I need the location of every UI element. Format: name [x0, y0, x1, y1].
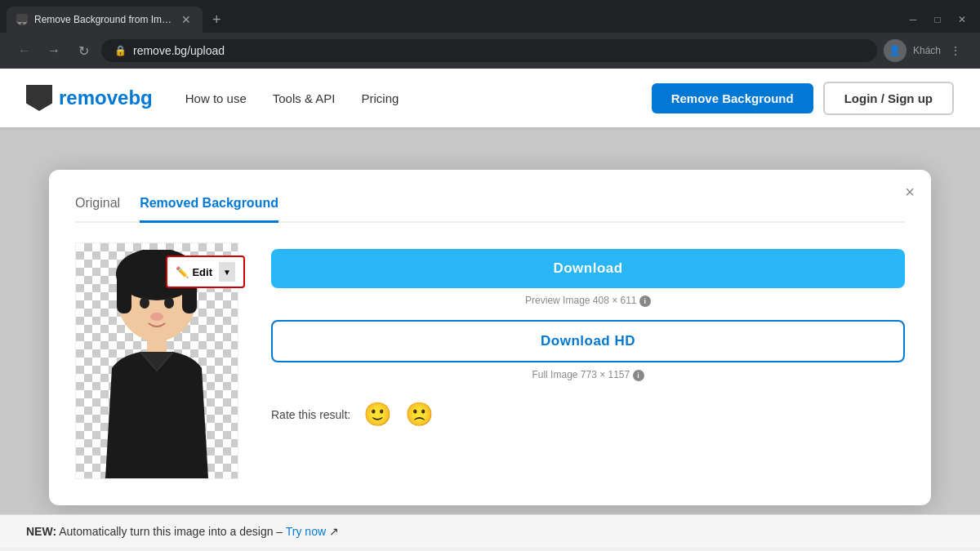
bottom-banner: NEW: Automatically turn this image into …	[0, 514, 980, 548]
forward-button[interactable]: →	[42, 39, 65, 62]
page-content: removebg How to use Tools & API Pricing …	[0, 69, 980, 548]
modal-body: ✏️ Edit ▼	[75, 242, 905, 479]
address-bar[interactable]: 🔒 remove.bg/upload	[101, 39, 877, 62]
maximize-button[interactable]: □	[926, 8, 949, 31]
browser-chrome: Remove Background from Imag... ✕ + ─ □ ✕…	[0, 0, 980, 69]
right-panel: Download Preview Image 408 × 611 i Downl…	[271, 242, 905, 428]
banner-text: Automatically turn this image into a des…	[59, 525, 286, 538]
login-signup-button[interactable]: Login / Sign up	[823, 82, 954, 115]
try-now-link[interactable]: Try now	[286, 525, 326, 538]
svg-point-8	[150, 313, 163, 321]
remove-background-button[interactable]: Remove Background	[652, 83, 813, 113]
preview-info-icon[interactable]: i	[639, 295, 651, 307]
profile-label: Khách	[913, 45, 941, 56]
logo-text: removebg	[59, 87, 153, 109]
svg-marker-1	[20, 22, 24, 25]
nav-how-to-use[interactable]: How to use	[185, 91, 247, 105]
navbar: removebg How to use Tools & API Pricing …	[0, 69, 980, 127]
nav-tools-api[interactable]: Tools & API	[273, 91, 336, 105]
tab-original[interactable]: Original	[75, 196, 120, 223]
logo[interactable]: removebg	[26, 85, 153, 111]
logo-icon	[26, 85, 52, 111]
profile-button[interactable]: 👤	[884, 39, 906, 62]
preview-info: Preview Image 408 × 611 i	[271, 295, 905, 307]
edit-dropdown-arrow[interactable]: ▼	[219, 262, 235, 282]
edit-label: Edit	[192, 266, 212, 278]
url-text: remove.bg/upload	[133, 44, 225, 57]
pencil-icon: ✏️	[176, 266, 189, 278]
thumbs-up-button[interactable]: 🙂	[363, 401, 392, 428]
svg-point-6	[140, 297, 149, 309]
modal-tabs: Original Removed Background	[75, 196, 905, 223]
tab-removed-background[interactable]: Removed Background	[140, 196, 278, 223]
minimize-button[interactable]: ─	[902, 8, 924, 31]
browser-controls: ← → ↻ 🔒 remove.bg/upload 👤 Khách ⋮	[0, 33, 980, 69]
profile-icon: 👤	[889, 45, 901, 56]
svg-point-7	[164, 297, 174, 309]
tab-favicon	[16, 14, 28, 25]
rate-label: Rate this result:	[271, 408, 350, 421]
new-label: NEW:	[26, 525, 56, 538]
tab-bar: Remove Background from Imag... ✕ + ─ □ ✕	[0, 0, 980, 33]
result-modal: × Original Removed Background ✏️ Edit ▼	[49, 170, 931, 505]
external-link-icon: ↗	[329, 525, 339, 538]
nav-actions: Remove Background Login / Sign up	[652, 82, 954, 115]
full-info: Full Image 773 × 1157 i	[271, 369, 905, 381]
back-button[interactable]: ←	[13, 39, 36, 62]
modal-close-button[interactable]: ×	[905, 183, 915, 202]
image-area: ✏️ Edit ▼	[75, 242, 238, 479]
modal-overlay: × Original Removed Background ✏️ Edit ▼	[0, 127, 980, 548]
nav-pricing[interactable]: Pricing	[361, 91, 399, 105]
svg-rect-0	[16, 14, 28, 22]
window-controls: ─ □ ✕	[902, 8, 973, 31]
edit-button[interactable]: ✏️ Edit ▼	[166, 256, 245, 288]
thumbs-down-button[interactable]: 🙁	[405, 401, 434, 428]
logo-text-blue: bg	[128, 87, 152, 109]
browser-actions: 👤 Khách ⋮	[884, 39, 967, 62]
nav-links: How to use Tools & API Pricing	[185, 91, 652, 105]
full-info-icon[interactable]: i	[633, 370, 644, 381]
close-window-button[interactable]: ✕	[951, 8, 973, 31]
reload-button[interactable]: ↻	[72, 39, 95, 62]
rating-row: Rate this result: 🙂 🙁	[271, 401, 905, 428]
extensions-button[interactable]: ⋮	[944, 39, 967, 62]
logo-text-black: remove	[59, 87, 128, 109]
download-hd-button[interactable]: Download HD	[271, 320, 905, 362]
download-button[interactable]: Download	[271, 249, 905, 288]
browser-tab[interactable]: Remove Background from Imag... ✕	[7, 7, 203, 33]
new-tab-button[interactable]: +	[206, 8, 228, 32]
tab-close-button[interactable]: ✕	[180, 13, 193, 26]
page-background: × Original Removed Background ✏️ Edit ▼	[0, 127, 980, 548]
lock-icon: 🔒	[114, 45, 127, 56]
svg-rect-4	[117, 273, 131, 313]
tab-title: Remove Background from Imag...	[34, 14, 173, 25]
